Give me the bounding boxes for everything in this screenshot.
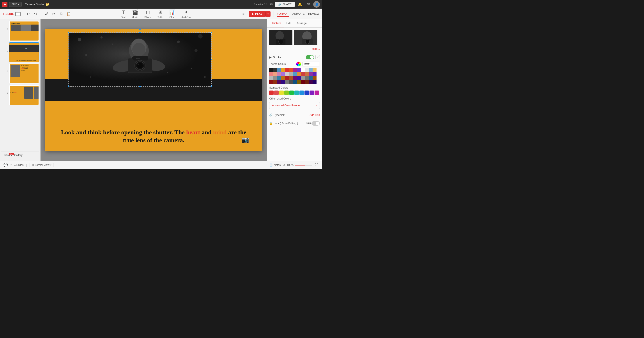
fullscreen-button[interactable]: ⛶ xyxy=(315,163,318,167)
share-button[interactable]: 🔗 SHARE xyxy=(275,2,295,7)
file-button[interactable]: FILE ▾ xyxy=(9,2,22,7)
tab-arrange[interactable]: Arrange xyxy=(294,19,309,28)
stroke-close[interactable]: ✕ xyxy=(316,55,320,59)
color-cell[interactable] xyxy=(293,80,297,84)
std-color-cell[interactable] xyxy=(300,91,304,95)
library-button[interactable]: Library New xyxy=(4,154,12,157)
color-cell[interactable] xyxy=(309,72,312,76)
color-cell[interactable] xyxy=(277,80,281,84)
color-cell[interactable] xyxy=(281,76,285,80)
tab-edit[interactable]: Edit xyxy=(284,19,294,28)
slide-thumb-3[interactable]: Be like Camera.Focus on yoursharp and bl… xyxy=(9,64,39,84)
lock-toggle[interactable] xyxy=(312,121,320,126)
media-tool[interactable]: 🎬 Media xyxy=(132,10,138,19)
color-cell[interactable] xyxy=(312,72,316,76)
undo-button[interactable]: ↩ xyxy=(25,11,31,17)
table-tool[interactable]: ⊞ Table xyxy=(158,10,163,19)
format-tab[interactable]: FORMAT xyxy=(277,11,289,17)
color-cell[interactable] xyxy=(289,68,293,72)
color-cell[interactable] xyxy=(305,72,309,76)
color-cell[interactable] xyxy=(297,80,301,84)
color-wheel[interactable] xyxy=(296,62,301,66)
color-cell[interactable] xyxy=(301,68,305,72)
color-cell[interactable] xyxy=(305,80,309,84)
notifications-icon[interactable]: 🔔 xyxy=(296,1,303,8)
color-cell[interactable] xyxy=(277,76,281,80)
color-cell[interactable] xyxy=(312,68,316,72)
color-cell[interactable] xyxy=(289,72,293,76)
color-cell[interactable] xyxy=(285,76,289,80)
color-cell[interactable] xyxy=(277,68,281,72)
color-cell[interactable] xyxy=(305,76,309,80)
chat-icon[interactable]: 💬 xyxy=(4,163,8,167)
color-cell[interactable] xyxy=(285,68,289,72)
slide-thumb-2[interactable]: 📷 Look and think before opening the shut… xyxy=(9,43,39,62)
color-cell[interactable] xyxy=(277,72,281,76)
color-cell[interactable] xyxy=(297,72,301,76)
color-cell[interactable] xyxy=(301,76,305,80)
review-tab[interactable]: REVIEW xyxy=(308,11,319,17)
std-color-cell[interactable] xyxy=(269,91,274,95)
hex-input[interactable] xyxy=(302,62,320,66)
color-cell[interactable] xyxy=(281,68,285,72)
std-color-cell[interactable] xyxy=(294,91,299,95)
preview-1[interactable] xyxy=(269,30,292,45)
play-dropdown[interactable]: ▾ xyxy=(266,11,270,17)
view-selector[interactable]: ⊞ Normal View ▾ xyxy=(30,163,54,167)
tab-picture[interactable]: Picture xyxy=(270,19,284,28)
color-cell[interactable] xyxy=(269,76,273,80)
notes-button[interactable]: 📄 Notes xyxy=(270,164,280,167)
image-container[interactable]: Canon xyxy=(68,32,212,87)
color-cell[interactable] xyxy=(285,72,289,76)
addons-tool[interactable]: ✦ Add-Ons xyxy=(181,10,191,19)
paint-format-button[interactable]: 🖌 xyxy=(43,11,50,17)
color-cell[interactable] xyxy=(269,68,273,72)
color-cell[interactable] xyxy=(269,80,273,84)
color-cell[interactable] xyxy=(281,72,285,76)
slide-thumb-4[interactable]: BLURRY FOCUS xyxy=(9,85,39,105)
color-cell[interactable] xyxy=(285,80,289,84)
more-link[interactable]: More... xyxy=(269,47,320,51)
color-cell[interactable] xyxy=(273,76,277,80)
color-cell[interactable] xyxy=(273,72,277,76)
color-cell[interactable] xyxy=(312,80,316,84)
rotate-handle[interactable] xyxy=(139,29,141,31)
color-cell[interactable] xyxy=(297,68,301,72)
settings-button[interactable]: ⚙ xyxy=(240,11,246,17)
zoom-slider[interactable] xyxy=(295,165,312,165)
color-cell[interactable] xyxy=(273,68,277,72)
color-cell[interactable] xyxy=(301,80,305,84)
slide-canvas[interactable]: Canon Look and think before opening the … xyxy=(45,29,262,151)
color-cell[interactable] xyxy=(293,72,297,76)
color-cell[interactable] xyxy=(305,68,309,72)
paste-button[interactable]: 📋 xyxy=(66,11,72,17)
color-cell[interactable] xyxy=(293,68,297,72)
mail-icon[interactable]: ✉ xyxy=(305,1,312,8)
add-slide-button[interactable]: + SLIDE xyxy=(3,12,14,16)
std-color-cell[interactable] xyxy=(279,91,284,95)
play-button[interactable]: ▶ PLAY xyxy=(248,11,265,17)
std-color-cell[interactable] xyxy=(274,91,279,95)
std-color-cell[interactable] xyxy=(289,91,294,95)
stroke-toggle[interactable] xyxy=(306,55,314,59)
color-cell[interactable] xyxy=(297,76,301,80)
color-cell[interactable] xyxy=(289,76,293,80)
text-tool[interactable]: T Text xyxy=(121,10,126,19)
scissors-button[interactable]: ✂ xyxy=(51,11,57,17)
color-cell[interactable] xyxy=(312,76,316,80)
std-color-cell[interactable] xyxy=(284,91,289,95)
std-color-cell[interactable] xyxy=(304,91,309,95)
preview-2[interactable] xyxy=(294,30,318,45)
color-cell[interactable] xyxy=(309,80,312,84)
color-cell[interactable] xyxy=(289,80,293,84)
slide-thumb-1[interactable]: CAMERA STUDIO xyxy=(9,21,39,41)
stroke-collapse[interactable]: ▶ xyxy=(269,56,272,59)
gallery-button[interactable]: Gallery xyxy=(14,154,22,157)
copy-button[interactable]: ⎘ xyxy=(58,11,64,17)
color-cell[interactable] xyxy=(269,72,273,76)
shape-tool[interactable]: ◻ Shape xyxy=(144,10,151,19)
user-avatar[interactable]: 👤 xyxy=(313,1,320,8)
animate-tab[interactable]: ANIMATE xyxy=(292,11,305,17)
add-link-button[interactable]: Add Link xyxy=(310,114,320,117)
color-cell[interactable] xyxy=(281,80,285,84)
